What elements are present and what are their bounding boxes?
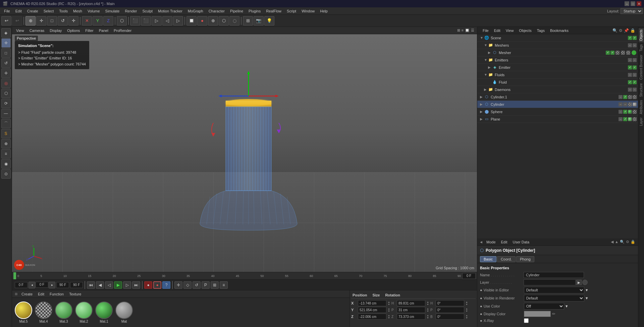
next-key-button[interactable]: ▷ — [173, 16, 183, 26]
menu-help[interactable]: Help — [317, 8, 330, 14]
play-forward[interactable]: ▶ — [114, 281, 122, 289]
3d-viewport[interactable]: Perspective Simulation "Scene": > Fluid … — [12, 34, 477, 272]
mesher-mat3[interactable] — [626, 51, 630, 55]
tool-live-select[interactable]: — — [1, 109, 11, 118]
objmgr-settings-icon[interactable]: ⚙ — [619, 28, 623, 33]
mesher-mat2[interactable] — [621, 51, 625, 55]
keyframe-button[interactable]: ⬛ — [130, 16, 140, 26]
coord-x-rot-arrows[interactable]: ▲▼ — [466, 301, 468, 306]
meshers-vis[interactable]: – — [628, 43, 632, 47]
tree-row-fluid[interactable]: 💧 Fluid ✓ ✓ — [477, 79, 638, 86]
emitters-vis[interactable]: – — [628, 58, 632, 62]
rotate-button[interactable]: ↺ — [58, 16, 68, 26]
menu-mograph[interactable]: MoGraph — [185, 8, 206, 14]
menu-create[interactable]: Create — [24, 8, 41, 14]
vtab-content-browser[interactable]: Content Browser — [639, 53, 644, 81]
fluids-arrow[interactable]: ▼ — [484, 73, 488, 77]
material-item-mat[interactable]: Mat — [115, 301, 133, 323]
material-item-mat2[interactable]: Mat.2 — [75, 301, 93, 323]
axis-z-button[interactable]: Z — [103, 16, 113, 26]
cyl-mat2[interactable] — [633, 102, 637, 106]
cyl-mat1[interactable] — [628, 102, 632, 106]
scene-render[interactable]: ✓ — [633, 36, 637, 40]
coord-y-size[interactable] — [397, 307, 425, 313]
mesher-mat1[interactable] — [615, 51, 620, 55]
menu-character[interactable]: Character — [206, 8, 227, 14]
attr-mode-tab[interactable]: Mode — [484, 239, 498, 245]
coord-y-pos[interactable] — [358, 307, 386, 313]
menu-select[interactable]: Select — [41, 8, 57, 14]
tool-rotate[interactable]: ↺ — [1, 58, 11, 68]
menu-file[interactable]: File — [1, 8, 13, 14]
goto-end-button[interactable]: ⏭ — [132, 281, 140, 289]
tree-row-cylinder1[interactable]: ▶ ⬡ Cylinder.1 – ✓ — [477, 93, 638, 101]
fluids-render[interactable]: – — [633, 73, 637, 77]
soft-select-button[interactable]: ◌ — [229, 16, 239, 26]
mesher-vis[interactable]: ✓ — [606, 51, 610, 55]
coord-x-pos-arrows[interactable]: ▲▼ — [388, 301, 390, 306]
record-button[interactable]: ● — [144, 281, 152, 289]
attr-vis-renderer-select[interactable]: Default On Off — [524, 295, 584, 301]
daemons-vis[interactable]: – — [628, 88, 632, 92]
menu-pipeline[interactable]: Pipeline — [227, 8, 246, 14]
attr-edit-tab[interactable]: Edit — [498, 239, 510, 245]
play-backward[interactable]: ◁ — [105, 281, 113, 289]
tree-row-emitter[interactable]: ▶ ◈ Emitter ✓ ✓ — [477, 64, 638, 71]
tool-point[interactable]: ⟳ — [1, 99, 11, 108]
vtab-layer[interactable]: Layer — [639, 116, 644, 127]
tree-row-mesher[interactable]: ▶ ⬡ Mesher ✓ ✓ — [477, 49, 638, 56]
tool-edge[interactable]: ⬡ — [1, 89, 11, 98]
vtab-tags[interactable]: Tags — [639, 43, 644, 53]
attr-vis-editor-select[interactable]: Default On Off — [524, 287, 584, 293]
tree-row-cylinder[interactable]: ▶ ⬡ Cylinder – – — [477, 101, 638, 108]
attr-layer-input[interactable] — [524, 279, 576, 285]
daemons-arrow[interactable]: ▶ — [484, 88, 488, 91]
plane-mat2[interactable] — [633, 117, 637, 121]
light-button[interactable]: 💡 — [264, 16, 274, 26]
fluid-render[interactable]: ✓ — [633, 80, 637, 84]
vtab-structure[interactable]: Structure — [639, 82, 644, 98]
menu-volume[interactable]: Volume — [85, 8, 103, 14]
tool-move[interactable]: ✛ — [1, 38, 11, 48]
coord-y-rot-arrows[interactable]: ▲▼ — [466, 308, 468, 312]
mesher-render[interactable]: ✓ — [610, 51, 614, 55]
go-prev-frame[interactable]: ◀ — [96, 281, 104, 289]
meshers-arrow[interactable]: ▼ — [484, 43, 488, 47]
coord-z-rot-arrows[interactable]: ▲▼ — [466, 314, 468, 319]
minimize-button[interactable]: – — [625, 1, 629, 6]
menu-script[interactable]: Script — [284, 8, 299, 14]
current-frame-input[interactable] — [36, 282, 48, 288]
coord-y-rot[interactable] — [436, 307, 464, 313]
attr-coord-tab[interactable]: Coord. — [497, 256, 516, 262]
objmgr-view-tab[interactable]: View — [503, 28, 517, 33]
plane-vis[interactable]: – — [619, 117, 623, 121]
move-button[interactable]: ✛ — [36, 16, 46, 26]
tl-move-key[interactable]: ✛ — [174, 281, 182, 289]
play-button[interactable]: ▷ — [152, 16, 162, 26]
menu-realflow[interactable]: RealFlow — [263, 8, 284, 14]
maximize-button[interactable]: □ — [631, 1, 635, 6]
tool-extrude[interactable]: ≡ — [1, 149, 11, 158]
coord-z-size[interactable] — [397, 314, 425, 320]
axis-y-button[interactable]: Y — [93, 16, 103, 26]
sph-render[interactable]: ✓ — [623, 110, 627, 114]
current-frame-display[interactable] — [462, 273, 476, 279]
menu-plugins[interactable]: Plugins — [246, 8, 263, 14]
fluid-vis[interactable]: ✓ — [628, 80, 632, 84]
keyframe-all-button[interactable]: ⬛ — [141, 16, 151, 26]
tl-record-sel[interactable]: ↺ — [193, 281, 201, 289]
menu-tools[interactable]: Tools — [56, 8, 70, 14]
objmgr-search-icon[interactable]: 🔍 — [612, 28, 618, 33]
speed-right[interactable]: ▸ — [49, 282, 55, 288]
tree-row-daemons[interactable]: ▶ 📁 Daemons – – — [477, 86, 638, 93]
coord-x-rot[interactable] — [436, 300, 464, 306]
attr-use-color-select[interactable]: Off On Always — [524, 303, 564, 310]
grid-button[interactable]: ⊞ — [243, 16, 253, 26]
cylinder1-arrow[interactable]: ▶ — [480, 95, 484, 99]
sph-mat1[interactable] — [628, 110, 632, 114]
emitter-arrow[interactable]: ▶ — [488, 65, 492, 69]
attr-phong-tab[interactable]: Phong — [516, 256, 534, 262]
snap-button[interactable]: ⊕ — [208, 16, 218, 26]
coord-z-pos-arrows[interactable]: ▲▼ — [388, 314, 390, 319]
objmgr-edit-tab[interactable]: Edit — [491, 28, 503, 33]
